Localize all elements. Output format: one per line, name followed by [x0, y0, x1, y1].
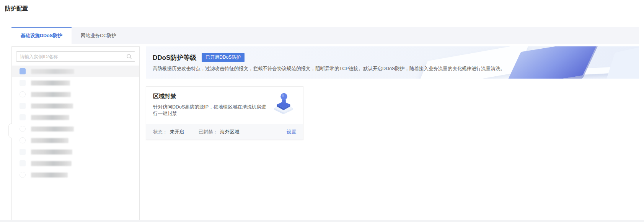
page-title: 防护配置 — [5, 5, 28, 12]
instance-search-input[interactable] — [16, 51, 135, 62]
redacted-instance-name — [31, 150, 72, 155]
settings-link[interactable]: 设置 — [287, 129, 296, 135]
region-block-status-bar: 状态： 未开启 已封禁： 海外区域 设置 — [146, 124, 303, 140]
ddos-level-description: 高防根据历史攻击特点，过滤攻击特征的报文，拦截不符合协议规范的报文，阻断异常的T… — [153, 66, 639, 72]
redacted-instance-name — [31, 161, 72, 166]
region-block-description: 针对访问DDoS高防的源IP，按地理区域在清洗机房进行一键封禁 — [153, 104, 268, 117]
instance-list-item[interactable] — [12, 77, 139, 89]
redacted-instance-name — [31, 127, 74, 132]
redacted-instance-name — [31, 92, 71, 97]
tab-bar: 基础设施DDoS防护 网站业务CC防护 — [11, 27, 639, 44]
panel-collapse-handle[interactable] — [8, 123, 12, 138]
stamp-3d-icon — [272, 91, 295, 114]
instance-list-item[interactable] — [12, 112, 139, 123]
instance-list-item[interactable] — [12, 89, 139, 100]
region-block-card: 区域封禁 针对访问DDoS高防的源IP，按地理区域在清洗机房进行一键封禁 — [146, 86, 303, 140]
instance-select-control[interactable] — [20, 149, 26, 155]
blocked-label: 已封禁： — [199, 129, 218, 135]
tab-infrastructure-ddos[interactable]: 基础设施DDoS防护 — [11, 27, 72, 44]
status-label: 状态： — [153, 129, 168, 135]
instance-select-control[interactable] — [20, 114, 26, 120]
redacted-instance-name — [31, 81, 70, 86]
instance-list-panel — [11, 46, 140, 220]
instance-select-control[interactable] — [20, 91, 26, 97]
status-value: 未开启 — [170, 129, 184, 135]
bottom-divider — [0, 220, 644, 222]
instance-list-item[interactable] — [12, 169, 139, 181]
instance-select-control[interactable] — [20, 137, 26, 143]
instance-list-item[interactable] — [12, 158, 139, 169]
redacted-instance-name — [31, 104, 73, 109]
instance-select-control[interactable] — [20, 103, 26, 109]
ddos-level-title: DDoS防护等级 — [153, 53, 196, 62]
instance-select-control[interactable] — [20, 160, 26, 166]
instance-list-item[interactable] — [12, 123, 139, 135]
redacted-instance-name — [31, 173, 68, 178]
instance-select-control[interactable] — [20, 126, 26, 132]
redacted-instance-name — [31, 115, 69, 120]
instance-select-control[interactable] — [20, 80, 26, 86]
instance-list-item[interactable] — [12, 66, 139, 77]
ddos-enabled-badge: 已开启DDoS防护 — [202, 53, 245, 62]
protection-config-panel: 基础设施DDoS防护 网站业务CC防护 — [11, 27, 639, 222]
tab-website-cc[interactable]: 网站业务CC防护 — [72, 27, 126, 44]
instance-list-item[interactable] — [12, 135, 139, 146]
ddos-level-banner: DDoS防护等级 已开启DDoS防护 高防根据历史攻击特点，过滤攻击特征的报文，… — [146, 46, 639, 79]
blocked-value: 海外区域 — [220, 129, 239, 135]
instance-list — [12, 66, 139, 181]
search-icon — [126, 54, 132, 59]
redacted-instance-name — [31, 69, 74, 74]
instance-list-item[interactable] — [12, 146, 139, 158]
instance-select-control[interactable] — [20, 68, 26, 74]
instance-select-control[interactable] — [20, 172, 26, 178]
redacted-instance-name — [31, 138, 68, 143]
instance-list-item[interactable] — [12, 100, 139, 112]
main-content: DDoS防护等级 已开启DDoS防护 高防根据历史攻击特点，过滤攻击特征的报文，… — [146, 46, 639, 220]
